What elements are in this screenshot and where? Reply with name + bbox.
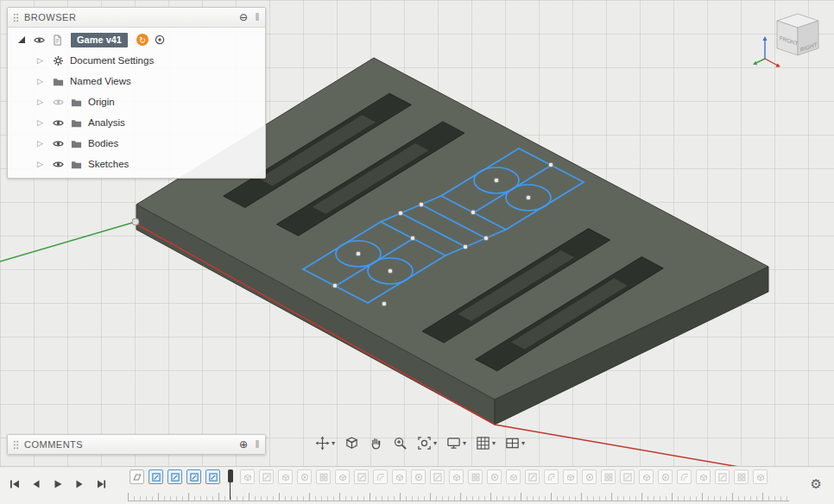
timeline-feature-hole-icon[interactable] <box>411 469 426 484</box>
timeline-feature-extrude-icon[interactable] <box>240 469 255 484</box>
display-settings-button[interactable] <box>446 436 466 450</box>
timeline-feature-extrude-icon[interactable] <box>639 469 654 484</box>
folder-icon <box>70 117 83 129</box>
browser-item-sketches[interactable]: Sketches <box>8 154 265 174</box>
timeline-feature-extrude-icon[interactable] <box>392 469 407 484</box>
timeline-feature-fillet-icon[interactable] <box>544 469 559 484</box>
timeline-feature-hole-icon[interactable] <box>487 469 502 484</box>
panel-title: BROWSER <box>24 12 232 22</box>
visibility-eye-icon[interactable] <box>33 35 46 46</box>
timeline-feature-extrude-icon[interactable] <box>506 469 521 484</box>
visibility-eye-icon[interactable] <box>52 159 65 170</box>
grid-and-snaps-button[interactable] <box>476 436 496 450</box>
browser-item-bodies[interactable]: Bodies <box>8 133 265 154</box>
timeline-settings-gear-icon[interactable] <box>811 477 822 490</box>
timeline-feature-sketch-icon[interactable] <box>715 469 730 484</box>
display-settings-icon <box>446 436 461 450</box>
drag-grip-icon[interactable] <box>13 13 19 22</box>
timeline-feature-extrude-icon[interactable] <box>449 469 464 484</box>
browser-item-document-settings[interactable]: Document Settings <box>8 50 265 71</box>
comments-panel: COMMENTS <box>7 434 266 455</box>
navigation-toolbar <box>315 436 525 450</box>
folder-icon <box>52 76 65 87</box>
dropdown-caret-icon[interactable] <box>433 439 437 447</box>
timeline-feature-pattern-icon[interactable] <box>734 469 749 484</box>
expand-arrow-icon[interactable] <box>37 119 47 127</box>
timeline-feature-sketch-icon[interactable] <box>186 469 201 484</box>
timeline-feature-extrude-icon[interactable] <box>696 469 711 484</box>
timeline-feature-fillet-icon[interactable] <box>677 469 692 484</box>
timeline-track[interactable] <box>128 469 789 502</box>
comments-header[interactable]: COMMENTS <box>8 435 265 454</box>
zoom-button[interactable] <box>393 436 408 450</box>
expand-arrow-icon[interactable] <box>37 78 47 85</box>
browser-item-label: Sketches <box>88 159 129 169</box>
dropdown-caret-icon[interactable] <box>521 439 525 447</box>
dropdown-caret-icon[interactable] <box>463 439 466 447</box>
visibility-eye-icon[interactable] <box>52 117 65 129</box>
timeline-feature-hole-icon[interactable] <box>582 469 597 484</box>
skip-to-start-button[interactable] <box>9 478 21 490</box>
dropdown-caret-icon[interactable] <box>332 439 335 447</box>
browser-item-origin[interactable]: Origin <box>8 91 265 112</box>
browser-item-label: Bodies <box>88 138 118 148</box>
timeline-feature-sketch-icon[interactable] <box>167 469 182 484</box>
timeline-feature-extrude-icon[interactable] <box>335 469 350 484</box>
timeline-feature-hole-icon[interactable] <box>658 469 673 484</box>
timeline-feature-sketch-icon[interactable] <box>148 469 163 484</box>
folder-icon <box>70 97 83 108</box>
pan-button[interactable] <box>369 436 383 450</box>
browser-root-item[interactable]: Game v41 <box>8 29 265 50</box>
timeline-feature-extrude-icon[interactable] <box>563 469 578 484</box>
folder-icon <box>70 159 83 170</box>
expand-arrow-icon[interactable] <box>37 98 47 106</box>
unsaved-changes-badge[interactable] <box>136 34 148 46</box>
expand-arrow-icon[interactable] <box>37 161 47 168</box>
fit-icon <box>417 436 432 450</box>
play-button[interactable] <box>52 478 64 490</box>
timeline-feature-sketch-icon[interactable] <box>430 469 445 484</box>
look-at-button[interactable] <box>344 436 359 450</box>
timeline-feature-fillet-icon[interactable] <box>373 469 388 484</box>
timeline-feature-sketch-icon[interactable] <box>525 469 540 484</box>
drag-grip-icon[interactable] <box>13 440 19 450</box>
fit-button[interactable] <box>417 436 437 450</box>
origin-point[interactable] <box>132 218 139 225</box>
timeline-feature-sketch-icon[interactable] <box>620 469 635 484</box>
browser-header[interactable]: BROWSER <box>8 8 265 28</box>
expand-arrow-icon[interactable] <box>37 140 47 148</box>
activate-component-radio-icon[interactable] <box>154 34 167 46</box>
step-back-button[interactable] <box>30 478 42 490</box>
step-forward-button[interactable] <box>73 478 85 490</box>
visibility-eye-off-icon[interactable] <box>52 97 65 108</box>
visibility-eye-icon[interactable] <box>52 138 65 149</box>
timeline-playhead[interactable] <box>227 469 233 500</box>
orbit-button[interactable] <box>315 436 335 450</box>
collapse-panel-button[interactable] <box>239 11 249 23</box>
viewcube[interactable]: FRONT RIGHT <box>753 9 827 78</box>
timeline-feature-sketch-icon[interactable] <box>259 469 274 484</box>
timeline-feature-extrude-icon[interactable] <box>753 469 768 484</box>
expand-arrow-icon[interactable] <box>18 36 25 43</box>
skip-to-end-button[interactable] <box>95 478 107 490</box>
timeline-feature-sketch-icon[interactable] <box>205 469 220 484</box>
timeline-feature-pattern-icon[interactable] <box>468 469 483 484</box>
timeline-feature-extrude-icon[interactable] <box>278 469 293 484</box>
timeline-feature-pattern-icon[interactable] <box>601 469 616 484</box>
browser-item-analysis[interactable]: Analysis <box>8 112 265 133</box>
panel-dock-handle[interactable] <box>256 438 260 450</box>
timeline-feature-hole-icon[interactable] <box>297 469 312 484</box>
viewports-button[interactable] <box>505 436 525 450</box>
expand-panel-button[interactable] <box>239 438 249 450</box>
browser-item-named-views[interactable]: Named Views <box>8 71 265 91</box>
timeline-feature-plane-icon[interactable] <box>130 469 144 484</box>
expand-arrow-icon[interactable] <box>37 57 47 65</box>
viewports-icon <box>505 436 520 450</box>
panel-dock-handle[interactable] <box>256 11 260 23</box>
timeline-feature-pattern-icon[interactable] <box>316 469 331 484</box>
viewcube-cube[interactable] <box>777 14 818 55</box>
dropdown-caret-icon[interactable] <box>492 439 496 447</box>
document-name-chip[interactable]: Game v41 <box>71 33 128 47</box>
timeline-feature-sketch-icon[interactable] <box>354 469 369 484</box>
browser-item-label: Analysis <box>88 117 125 128</box>
